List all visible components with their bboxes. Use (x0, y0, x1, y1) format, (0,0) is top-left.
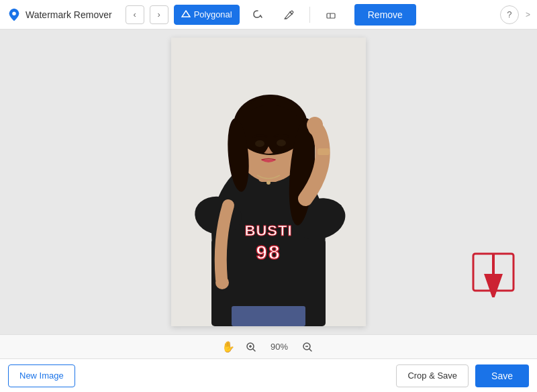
svg-point-2 (285, 17, 287, 19)
svg-point-0 (12, 11, 16, 15)
remove-label: Remove (368, 9, 403, 20)
new-image-button[interactable]: New Image (8, 364, 75, 387)
lasso-tool-button[interactable] (245, 5, 271, 25)
expand-icon: > (526, 10, 530, 19)
toolbar: Watermark Remover ‹ › Polygonal Remove (0, 0, 537, 30)
help-button[interactable]: ? (500, 5, 519, 24)
status-bar: ✋ 90% (0, 334, 537, 358)
save-label: Save (491, 371, 513, 381)
polygonal-tool-label: Polygonal (194, 9, 232, 19)
forward-icon: › (157, 9, 160, 19)
help-icon: ? (507, 9, 511, 19)
zoom-out-button[interactable] (299, 339, 315, 355)
image-container: BUSTI BUSTI 98 98 (171, 38, 366, 326)
svg-rect-25 (232, 306, 305, 326)
person-image: BUSTI BUSTI 98 98 (171, 38, 366, 326)
svg-point-18 (307, 117, 323, 133)
footer-right: Crop & Save Save (396, 364, 529, 387)
svg-rect-3 (327, 13, 335, 18)
svg-point-19 (215, 276, 229, 289)
footer-bar: New Image Crop & Save Save (0, 358, 537, 392)
lasso-icon (252, 9, 263, 20)
zoom-in-icon (246, 342, 256, 352)
eraser-icon (326, 9, 336, 20)
person-svg: BUSTI BUSTI 98 98 (171, 38, 366, 326)
pan-icon[interactable]: ✋ (222, 340, 235, 353)
canvas-area: BUSTI BUSTI 98 98 (0, 30, 537, 334)
arrow-annotation (470, 250, 517, 297)
crop-save-label: Crop & Save (407, 371, 457, 381)
back-icon: ‹ (133, 9, 136, 19)
svg-line-35 (309, 349, 311, 351)
app-title: Watermark Remover (26, 9, 112, 20)
crop-save-button[interactable]: Crop & Save (396, 364, 469, 387)
svg-text:98: 98 (256, 241, 281, 263)
svg-point-15 (255, 140, 264, 147)
save-button[interactable]: Save (475, 364, 529, 387)
brush-tool-button[interactable] (276, 5, 301, 25)
svg-rect-20 (318, 148, 330, 155)
app-logo (7, 7, 21, 22)
svg-marker-1 (182, 11, 190, 17)
zoom-level: 90% (267, 342, 291, 352)
polygonal-tool-button[interactable]: Polygonal (174, 5, 240, 25)
brush-icon (283, 9, 294, 20)
toolbar-divider (309, 7, 310, 23)
remove-button[interactable]: Remove (354, 4, 416, 26)
svg-text:BUSTI: BUSTI (245, 222, 293, 239)
svg-point-16 (277, 140, 286, 146)
polygonal-icon (181, 10, 191, 19)
svg-point-17 (266, 181, 271, 185)
svg-rect-28 (473, 254, 514, 291)
back-button[interactable]: ‹ (126, 5, 144, 24)
zoom-in-button[interactable] (243, 339, 259, 355)
zoom-out-icon (302, 342, 313, 352)
eraser-tool-button[interactable] (318, 5, 344, 25)
brand: Watermark Remover (7, 7, 112, 22)
svg-line-32 (253, 349, 255, 351)
forward-button[interactable]: › (150, 5, 168, 24)
new-image-label: New Image (19, 371, 64, 381)
